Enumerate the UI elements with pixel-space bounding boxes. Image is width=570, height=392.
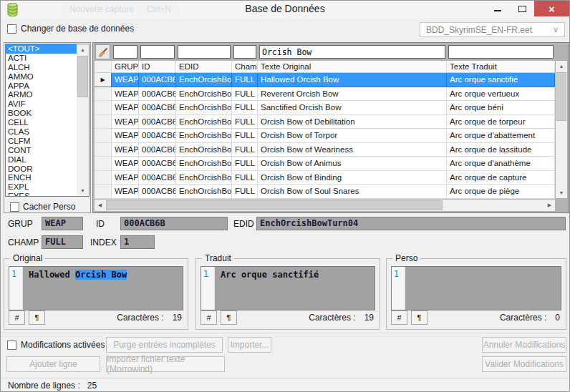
cell-edid[interactable]: EnchOrcishBowT... <box>176 87 232 102</box>
scroll-right-icon[interactable]: ▶ <box>544 200 555 211</box>
hash-button[interactable]: # <box>9 310 25 325</box>
cell-grup[interactable]: WEAP <box>112 115 139 129</box>
list-item-cell[interactable]: CELL <box>6 118 77 127</box>
row-selector[interactable] <box>95 87 112 102</box>
cell-traduit[interactable]: Arc orque de capture <box>447 171 555 185</box>
cell-traduit[interactable]: Arc orque de lassitude <box>447 143 555 157</box>
cell-champ[interactable]: FULL <box>232 129 258 143</box>
database-file-select[interactable]: BDD_SkyrimSE_EN-FR.eet ∨ <box>420 22 565 37</box>
cell-champ[interactable]: FULL <box>232 101 258 115</box>
list-item-avif[interactable]: AVIF <box>6 99 77 109</box>
traduit-text[interactable]: Arc orque sanctifié <box>215 267 375 310</box>
cell-champ[interactable]: FULL <box>232 143 258 157</box>
table-row[interactable]: WEAP 000ACB63 EnchOrcishBowS... FULL Orc… <box>95 185 555 199</box>
cell-edid[interactable]: EnchOrcishBowS... <box>176 129 232 143</box>
list-item-expl[interactable]: EXPL <box>6 182 77 192</box>
change-db-checkbox[interactable] <box>7 24 16 34</box>
filter-champ-input[interactable] <box>233 45 256 59</box>
row-selector[interactable] <box>95 129 112 143</box>
cell-champ[interactable]: FULL <box>232 87 258 102</box>
import-morrowind-button[interactable]: Importer fichier texte (Morrowind) <box>106 356 225 372</box>
list-item-ammo[interactable]: AMMO <box>6 72 77 82</box>
scroll-up-icon[interactable]: ▲ <box>556 61 567 72</box>
cell-champ[interactable]: FULL <box>232 115 258 129</box>
clear-filters-button[interactable] <box>95 44 110 59</box>
filter-edid-input[interactable] <box>178 45 231 59</box>
list-item-clas[interactable]: CLAS <box>6 127 77 137</box>
close-button[interactable]: × <box>534 1 569 16</box>
perso-editor[interactable]: 1 <box>391 266 561 310</box>
scroll-left-icon[interactable]: ◀ <box>95 200 105 211</box>
column-header-texte-original[interactable]: Texte Original <box>258 61 447 73</box>
cell-id[interactable]: 000ACB65 <box>139 157 176 171</box>
importer-button[interactable]: Importer... <box>228 337 271 353</box>
table-row[interactable]: WEAP 000ACB66 EnchOrcishBowS... FULL Orc… <box>95 143 555 157</box>
row-selector[interactable] <box>95 115 112 129</box>
scrollbar-thumb[interactable] <box>106 200 443 210</box>
cell-traduit[interactable]: Arc orque d'abattement <box>447 129 555 143</box>
cell-id[interactable]: 000ACB69 <box>139 101 176 115</box>
cell-id[interactable]: 000ACB67 <box>139 129 176 143</box>
table-row[interactable]: ▶ WEAP 000ACB6B EnchOrcishBowT... FULL H… <box>95 73 555 87</box>
table-row[interactable]: WEAP 000ACB69 EnchOrcishBowT... FULL San… <box>95 101 555 115</box>
filter-texte-original-input[interactable] <box>259 45 445 59</box>
cell-edid[interactable]: EnchOrcishBowT... <box>176 73 232 87</box>
cell-grup[interactable]: WEAP <box>112 185 139 199</box>
table-row[interactable]: WEAP 000ACB68 EnchOrcishBowS... FULL Orc… <box>95 115 555 129</box>
column-header-edid[interactable]: EDID <box>176 61 232 73</box>
column-header-champ[interactable]: Champ <box>232 61 258 73</box>
pilcrow-button[interactable]: ¶ <box>29 310 45 325</box>
cell-traduit[interactable]: Arc orque de piège <box>447 185 555 199</box>
cell-original[interactable]: Reverent Orcish Bow <box>258 87 447 102</box>
scrollbar-thumb[interactable] <box>556 72 566 121</box>
cell-edid[interactable]: EnchOrcishBowT... <box>176 101 232 115</box>
cell-grup[interactable]: WEAP <box>112 143 139 157</box>
purge-button[interactable]: Purge entrées incomplètes <box>106 337 223 353</box>
traduit-editor[interactable]: 1 Arc orque sanctifié <box>201 266 375 310</box>
row-selector[interactable] <box>95 143 112 157</box>
cell-original[interactable]: Orcish Bow of Weariness <box>258 143 447 157</box>
cell-id[interactable]: 000ACB64 <box>139 171 176 185</box>
table-vertical-scrollbar[interactable]: ▲ ▼ <box>556 61 567 198</box>
table-horizontal-scrollbar[interactable]: ◀ ▶ <box>95 200 555 211</box>
table-row[interactable]: WEAP 000ACB6A EnchOrcishBowT... FULL Rev… <box>95 87 555 102</box>
cell-id[interactable]: 000ACB66 <box>139 143 176 157</box>
cell-id[interactable]: 000ACB6A <box>139 87 176 102</box>
cell-id[interactable]: 000ACB63 <box>139 185 176 199</box>
hash-button[interactable]: # <box>201 310 217 325</box>
table-row[interactable]: WEAP 000ACB67 EnchOrcishBowS... FULL Orc… <box>95 129 555 143</box>
row-selector[interactable] <box>95 171 112 185</box>
pilcrow-button[interactable]: ¶ <box>411 310 428 325</box>
cell-original[interactable]: Hallowed Orcish Bow <box>258 73 447 87</box>
scroll-up-icon[interactable]: ▲ <box>77 44 89 55</box>
cell-grup[interactable]: WEAP <box>112 73 139 87</box>
cell-traduit[interactable]: Arc orque béni <box>447 101 555 115</box>
group-list-scrollbar[interactable]: ▲ ▼ <box>77 44 89 196</box>
list-item-door[interactable]: DOOR <box>6 165 77 174</box>
cell-champ[interactable]: FULL <box>232 73 258 87</box>
column-header-grup[interactable]: GRUP <box>112 61 139 73</box>
filter-grup-input[interactable] <box>113 45 137 59</box>
list-item-armo[interactable]: ARMO <box>6 90 77 99</box>
cell-original[interactable]: Orcish Bow of Animus <box>258 157 447 171</box>
cell-edid[interactable]: EnchOrcishBowS... <box>176 185 232 199</box>
table-row[interactable]: WEAP 000ACB65 EnchOrcishBowS... FULL Orc… <box>95 157 555 171</box>
original-editor[interactable]: 1 Hallowed Orcish Bow <box>9 266 183 310</box>
scroll-down-icon[interactable]: ▼ <box>556 187 567 198</box>
cell-original[interactable]: Orcish Bow of Torpor <box>258 129 447 143</box>
original-text[interactable]: Hallowed Orcish Bow <box>23 267 183 310</box>
cell-original[interactable]: Orcish Bow of Binding <box>258 171 447 185</box>
cell-grup[interactable]: WEAP <box>112 157 139 171</box>
cell-grup[interactable]: WEAP <box>112 171 139 185</box>
column-header-texte-traduit[interactable]: Texte Traduit <box>447 61 555 73</box>
cell-grup[interactable]: WEAP <box>112 101 139 115</box>
scrollbar-thumb[interactable] <box>77 56 88 97</box>
cell-grup[interactable]: WEAP <box>112 87 139 102</box>
cell-champ[interactable]: FULL <box>232 157 258 171</box>
cell-id[interactable]: 000ACB68 <box>139 115 176 129</box>
maximize-button[interactable] <box>510 1 534 16</box>
perso-text[interactable] <box>405 267 561 310</box>
cell-original[interactable]: Orcish Bow of Soul Snares <box>258 185 447 199</box>
pilcrow-button[interactable]: ¶ <box>221 310 237 325</box>
list-item-dial[interactable]: DIAL <box>6 155 77 165</box>
